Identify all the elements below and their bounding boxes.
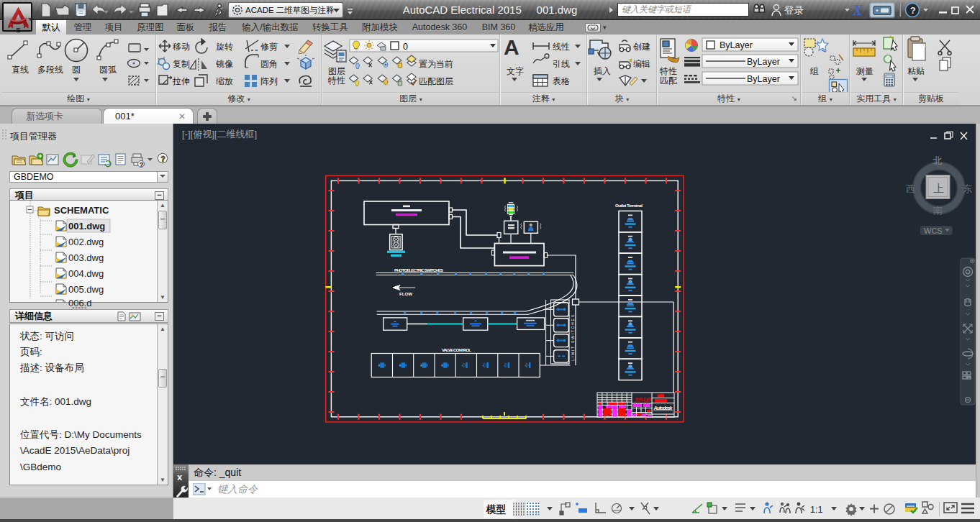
svg-text:WCS: WCS [924,226,943,235]
svg-text:文件名称: 文件名称 [635,397,651,403]
svg-text:北: 北 [933,155,943,166]
svg-text:x: x [177,472,183,482]
svg-text:E: E [17,27,21,34]
svg-text:ByLayer: ByLayer [747,74,780,84]
svg-text:0: 0 [403,42,408,52]
svg-text:东: 东 [963,183,972,194]
svg-text:模型: 模型 [486,504,507,515]
svg-text:ByLayer: ByLayer [720,40,753,50]
svg-text:西: 西 [906,183,915,194]
svg-text:A: A [504,35,520,59]
svg-text:?: ? [161,155,165,163]
svg-text:上: 上 [933,182,944,194]
svg-text:ByLayer: ByLayer [747,57,780,67]
svg-text:Autodesk: Autodesk [653,406,673,411]
svg-text:?: ? [910,5,916,16]
svg-text:南: 南 [933,205,943,216]
svg-text:?: ? [140,161,143,168]
svg-text:登录: 登录 [784,5,804,16]
svg-text:图: 图 [660,393,663,398]
svg-text:1:1: 1:1 [810,505,822,515]
svg-text:X: X [852,2,863,18]
